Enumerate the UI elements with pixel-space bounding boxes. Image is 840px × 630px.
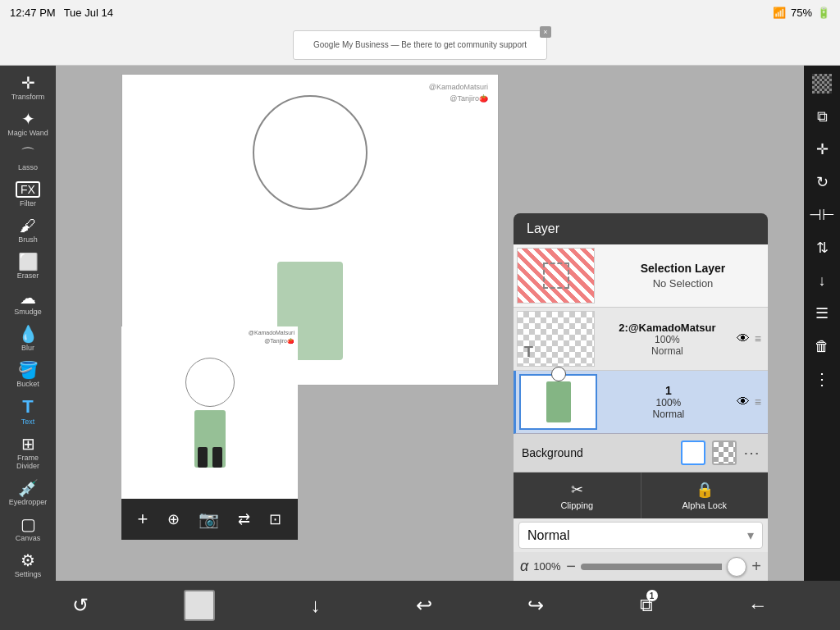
opacity-minus-button[interactable]: − [566,557,576,576]
bucket-icon: 🪣 [18,362,39,378]
smudge-label: Smudge [14,308,42,316]
transform-button[interactable]: ⇄ [238,510,250,528]
layer-1-eye[interactable]: 👁 [737,395,750,409]
ad-content: Google My Business — Be there to get com… [293,30,547,60]
selection-layer-thumb [517,248,595,304]
arrow-down-button[interactable]: ↓ [311,594,321,617]
layer-1-info: 1 100% Normal [600,384,737,420]
canvas-label: Canvas [16,534,41,542]
right-panel: ⧉ ✛ ↻ ⊣⊢ ⇅ ↓ ☰ 🗑 ⋮ [804,66,840,581]
layer-2-controls: 👁 ≡ [737,331,768,346]
layer-2-info: 2:@KamadoMatsur 100% Normal [598,322,737,357]
tool-settings[interactable]: ⚙ Settings [3,548,52,582]
canvas-preview[interactable]: @KamadoMatsuri @Tanjiro🍅 [121,326,298,499]
layer-panel-title: Layer [514,213,768,244]
alpha-lock-icon: 🔒 [696,481,714,499]
right-layers-button[interactable]: ⧉ [807,102,837,131]
battery-percent: 75% [791,7,812,19]
layer-2-eye[interactable]: 👁 [737,331,750,346]
camera-button[interactable]: 📷 [199,509,219,529]
magic-wand-icon: ✦ [21,111,35,127]
alpha-lock-button[interactable]: 🔒 Alpha Lock [641,472,769,518]
settings-icon: ⚙ [21,552,35,568]
tool-eyedropper[interactable]: 💉 Eyedropper [3,476,52,510]
undo-button[interactable]: ↩ [416,594,432,617]
opacity-slider[interactable] [581,564,746,570]
eraser-label: Eraser [17,272,39,280]
tool-smudge[interactable]: ☁ Smudge [3,285,52,320]
text-label: Text [21,418,35,426]
date: Tue Jul 14 [64,7,113,19]
status-right: 📶 75% 🔋 [773,7,830,19]
back-button[interactable]: ← [748,594,768,617]
right-lines-button[interactable]: ☰ [807,299,837,328]
preview-head [185,358,235,407]
tool-brush[interactable]: 🖌 Brush [3,213,52,248]
clipping-button[interactable]: ✂ Clipping [514,472,641,518]
layer-1-handle[interactable]: ≡ [755,395,761,409]
layer-2-mode: Normal [598,345,737,357]
selection-layer-row[interactable]: Selection Layer No Selection [514,244,768,308]
tool-bucket[interactable]: 🪣 Bucket [3,358,52,392]
tool-frame-divider[interactable]: ⊞ Frame Divider [3,431,52,474]
background-more-button[interactable]: ⋯ [743,443,760,463]
left-toolbar: ✛ Transform ✦ Magic Wand ⌒ Lasso FX Filt… [0,66,56,581]
blend-mode-select[interactable]: Normal ▾ [518,522,763,549]
frame-divider-label: Frame Divider [5,454,51,470]
tool-lasso[interactable]: ⌒ Lasso [3,143,52,176]
time: 12:47 PM [10,7,56,19]
clipping-icon: ✂ [571,481,583,499]
selection-dashed-box [543,262,569,289]
opacity-thumb[interactable] [727,557,746,577]
lasso-label: Lasso [18,163,38,171]
layer-2-row[interactable]: T 2:@KamadoMatsur 100% Normal 👁 ≡ [514,308,768,371]
right-down-button[interactable]: ↓ [807,266,837,295]
right-rotate-button[interactable]: ↻ [807,167,837,197]
right-move-button[interactable]: ✛ [807,135,837,164]
tool-text[interactable]: T Text [3,394,52,430]
tool-magic-wand[interactable]: ✦ Magic Wand [3,107,52,141]
opacity-plus-button[interactable]: + [751,557,761,576]
ad-close-button[interactable]: × [540,26,551,38]
pages-button[interactable]: ⧉ 1 [640,595,653,616]
transform-icon: ✛ [21,75,35,91]
crop-button[interactable]: ⊡ [269,510,281,528]
alpha-lock-label: Alpha Lock [682,500,727,510]
tool-eraser[interactable]: ⬜ Eraser [3,249,52,284]
right-checker-button[interactable] [807,69,837,98]
brush-icon: 🖌 [20,217,36,234]
opacity-value: 100% [533,560,561,573]
eyedropper-icon: 💉 [18,480,39,496]
layer-1-thumb [519,374,597,430]
canvas-area: @KamadoMatsuri @Tanjiro🍅 @KamadoMatsuri … [56,66,804,581]
right-delete-button[interactable]: 🗑 [807,331,837,361]
color-swatch[interactable] [184,590,215,621]
tool-blur[interactable]: 💧 Blur [3,322,52,356]
preview-watermark: @KamadoMatsuri @Tanjiro🍅 [249,329,294,345]
right-flip-h-button[interactable]: ⊣⊢ [807,200,837,230]
wifi-icon: 📶 [773,7,786,19]
add-layer-button[interactable]: + [138,509,148,530]
layer-1-char [546,381,571,422]
layer-1-row[interactable]: 1 100% Normal 👁 ≡ [514,371,768,434]
blend-mode-row: Normal ▾ [514,518,768,552]
layer-2-handle[interactable]: ≡ [755,332,761,345]
redo-button[interactable]: ↪ [527,594,544,617]
tool-canvas[interactable]: ▢ Canvas [3,512,52,546]
canvas-icon: ▢ [21,516,36,532]
tool-filter[interactable]: FX Filter [3,177,52,212]
bucket-label: Bucket [16,380,39,388]
tool-transform[interactable]: ✛ Transform [3,71,52,105]
add-layer-icon[interactable]: ⊕ [167,510,180,528]
right-more-button[interactable]: ⋮ [807,364,837,394]
lasso-icon: ⌒ [21,147,35,162]
background-white-swatch[interactable] [681,441,705,465]
opacity-row: α 100% − + [514,552,768,581]
battery-icon: 🔋 [817,7,830,19]
mode-row: ✂ Clipping 🔒 Alpha Lock [514,472,768,518]
settings-label: Settings [15,570,42,578]
background-checker-swatch[interactable] [712,441,737,465]
right-flip-v-button[interactable]: ⇅ [807,233,837,262]
status-bar: 12:47 PM Tue Jul 14 📶 75% 🔋 [0,0,840,25]
rotate-left-button[interactable]: ↺ [72,594,89,617]
